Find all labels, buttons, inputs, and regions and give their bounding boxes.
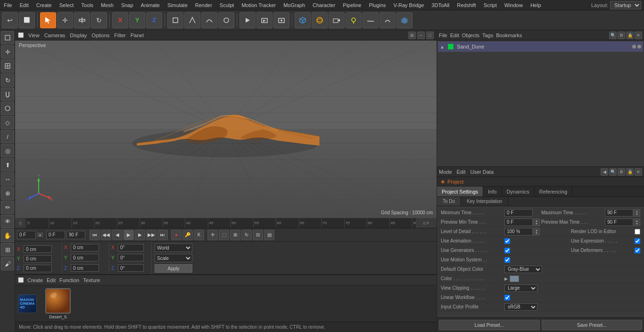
go-end-button[interactable]: ⏭ [157,230,168,240]
subtab-key-interpolation[interactable]: Key Interpolation [461,197,508,206]
cube-button[interactable] [295,12,311,28]
brush-tool[interactable]: ↻ [1,73,14,87]
attr-input-lod[interactable] [504,228,533,235]
menu-tools[interactable]: Tools [77,0,97,10]
attr-input-maxtime[interactable] [605,209,633,217]
viewport-menu-filter[interactable]: Filter [114,32,125,38]
viewport-menu-cameras[interactable]: Cameras [44,32,66,38]
menu-edit[interactable]: Edit [16,0,33,10]
y-rot-input[interactable] [118,254,144,261]
attr-lock-icon[interactable]: 🔒 [626,168,634,176]
y-size-input[interactable] [71,254,99,261]
magnet-tool[interactable] [1,88,14,101]
mat-menu-create[interactable]: Create [27,277,43,283]
obj-close-btn[interactable]: ✕ [635,32,642,39]
tab-info[interactable]: Info [483,186,502,196]
attr-cb-usedef[interactable] [635,248,640,253]
mirror-tool[interactable]: ⊞ [1,243,14,256]
object-button[interactable] [167,12,183,28]
x-size-input[interactable] [71,244,99,251]
move-tool-button[interactable]: ✛ [57,12,73,28]
attr-cb-linear[interactable] [504,295,510,300]
viewport-ctrl-expand[interactable]: ⊞ [408,32,416,39]
scale-dropdown[interactable]: Scale [155,254,192,262]
z-size-input[interactable] [71,264,99,272]
viewport-menu-view[interactable]: View [28,32,40,38]
attr-close-icon[interactable]: ✕ [635,168,642,176]
knife-tool[interactable]: / [1,130,14,143]
3d-viewport[interactable]: Perspective [15,40,437,218]
z-pos-input[interactable] [24,265,52,272]
obj-search-btn[interactable]: 🔍 [609,32,617,39]
layout-dropdown[interactable]: Startup [610,1,641,9]
y-pos-input[interactable] [24,255,52,263]
apply-button[interactable]: Apply [155,264,192,273]
menu-snap[interactable]: Snap [117,0,137,10]
menu-file[interactable]: File [0,0,16,10]
menu-select[interactable]: Select [56,0,78,10]
floor-button[interactable] [363,12,379,28]
undo-button[interactable]: ↩ [2,12,18,28]
tl-select-button[interactable]: ⬚ [219,230,229,240]
menu-sculpt[interactable]: Sculpt [216,0,238,10]
loop-tool[interactable]: ◎ [1,144,14,157]
menu-vray[interactable]: V-Ray Bridge [390,0,428,10]
obj-objects-menu[interactable]: Objects [462,32,479,38]
deformer-button[interactable] [380,12,396,28]
mat-menu-edit[interactable]: Edit [47,277,56,283]
menu-mograph[interactable]: MoGraph [280,0,309,10]
play-button[interactable]: ▶ [124,230,134,240]
obj-render-vis-btn[interactable] [637,45,641,49]
menu-character[interactable]: Character [309,0,339,10]
mat-menu-function[interactable]: Function [59,277,79,283]
x-pos-input[interactable] [24,245,52,253]
z-axis-button[interactable]: Z [146,12,162,28]
attr-dd-objcolor[interactable]: Gray-Blue Custom [504,266,542,273]
viewport-ctrl-maximize[interactable]: □ [426,32,434,39]
attr-color-swatch[interactable] [510,275,519,282]
obj-file-menu[interactable]: File [439,32,447,38]
tab-project-settings[interactable]: Project Settings [437,186,483,196]
attr-cb-usemotion[interactable] [504,257,510,263]
move-tool-left[interactable]: ✛ [1,45,14,58]
field-button[interactable] [396,12,413,28]
menu-animate[interactable]: Animate [137,0,164,10]
render-pic-viewer-button[interactable] [256,12,272,28]
obj-item-sand-dune[interactable]: ▲ Sand_Dune [438,41,643,52]
record-button[interactable]: ● [171,230,182,240]
rotate-tool-button[interactable]: ↻ [91,12,107,28]
obj-edit-menu[interactable]: Edit [450,32,459,38]
next-frame-button[interactable]: ▶ [135,230,145,240]
attr-cb-useanim[interactable] [504,238,510,244]
attr-dd-colorprofile[interactable]: sRGB Linear [504,303,537,311]
edge-tool[interactable]: ◇ [1,116,14,129]
paint-tool[interactable]: 🖌 [1,257,14,270]
light-button[interactable] [346,12,362,28]
menu-mesh[interactable]: Mesh [97,0,117,10]
render-settings-button[interactable] [273,12,289,28]
weld-tool[interactable]: ⊕ [1,186,14,200]
spline-button[interactable] [201,12,217,28]
attr-edit-btn[interactable]: Edit [457,169,466,175]
save-preset-button[interactable]: Save Preset... [542,320,643,330]
tl-scale-button[interactable]: ⊞ [230,230,240,240]
viewport-ctrl-lock[interactable]: ↔ [417,32,425,39]
previewmax-spinner[interactable]: ▲ ▼ [634,219,640,226]
bridge-tool[interactable]: ↔ [1,172,14,186]
menu-pipeline[interactable]: Pipeline [339,0,365,10]
frame-increment-up[interactable]: ▲ [37,233,43,237]
menu-motion-tracker[interactable]: Motion Tracker [238,0,280,10]
attr-back-btn[interactable]: ◀ [601,168,608,176]
tab-dynamics[interactable]: Dynamics [502,186,534,196]
sculpt-tool[interactable] [1,102,14,115]
previewmin-spinner[interactable]: ▲ ▼ [533,219,540,226]
render-active-button[interactable] [239,12,256,28]
attr-color-expand[interactable]: ▶ [504,276,508,281]
subtab-todo[interactable]: To Do [437,197,461,206]
redo-button[interactable]: ⬜ [19,12,35,28]
attr-settings-icon[interactable]: ⚙ [618,168,625,176]
material-ball-desert[interactable]: Desert_S [45,288,71,319]
current-frame-input[interactable] [17,231,36,239]
menu-simulate[interactable]: Simulate [164,0,191,10]
polygon-button[interactable] [184,12,200,28]
